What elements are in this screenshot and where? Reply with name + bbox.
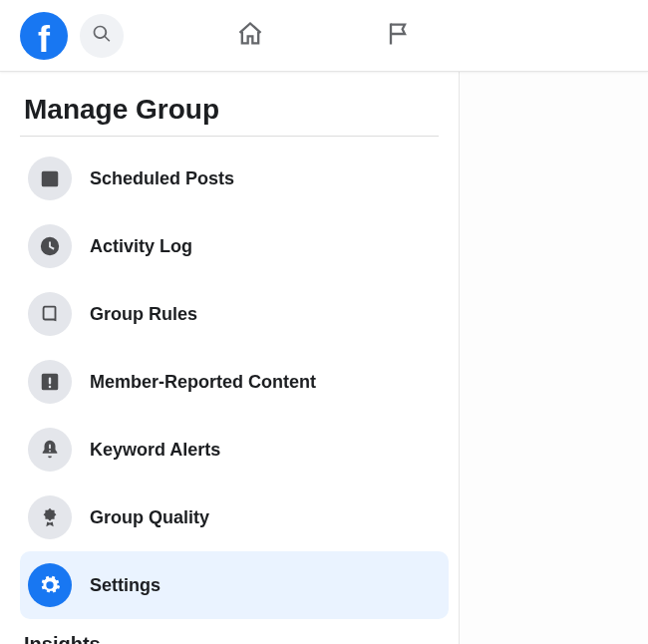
- search-button[interactable]: [80, 14, 124, 58]
- clock-icon: [28, 224, 72, 268]
- section-title-insights: Insights: [20, 619, 459, 644]
- home-nav-button[interactable]: [236, 20, 264, 52]
- flag-icon: [384, 20, 412, 52]
- section-title-manage-group: Manage Group: [20, 88, 439, 137]
- sidebar-item-label: Member-Reported Content: [90, 372, 316, 393]
- sidebar-item-label: Settings: [90, 575, 161, 596]
- sidebar-item-label: Scheduled Posts: [90, 168, 234, 189]
- sidebar-item-group-rules[interactable]: Group Rules: [20, 280, 449, 348]
- main-layout: Manage Group Scheduled Posts Activity Lo…: [0, 72, 648, 644]
- sidebar-item-settings[interactable]: Settings: [20, 551, 449, 619]
- sidebar-item-scheduled-posts[interactable]: Scheduled Posts: [20, 145, 449, 212]
- calendar-icon: [28, 157, 72, 200]
- facebook-f-letter: f: [38, 22, 50, 58]
- sidebar-item-activity-log[interactable]: Activity Log: [20, 212, 449, 280]
- top-navigation: f: [0, 0, 648, 72]
- ribbon-icon: [28, 495, 72, 539]
- pages-nav-button[interactable]: [384, 20, 412, 52]
- alert-square-icon: [28, 360, 72, 404]
- sidebar-item-member-reported[interactable]: Member-Reported Content: [20, 348, 449, 416]
- sidebar-item-label: Keyword Alerts: [90, 440, 220, 461]
- sidebar-item-keyword-alerts[interactable]: Keyword Alerts: [20, 416, 449, 483]
- sidebar-item-label: Activity Log: [90, 236, 192, 257]
- facebook-logo[interactable]: f: [20, 12, 68, 60]
- home-icon: [236, 20, 264, 52]
- content-area: [459, 72, 648, 644]
- manage-group-menu: Scheduled Posts Activity Log Group Rules…: [20, 145, 449, 619]
- sidebar-item-label: Group Quality: [90, 507, 209, 528]
- book-icon: [28, 292, 72, 336]
- sidebar-item-label: Group Rules: [90, 304, 197, 325]
- sidebar-item-group-quality[interactable]: Group Quality: [20, 483, 449, 551]
- gear-icon: [28, 563, 72, 607]
- left-sidebar: Manage Group Scheduled Posts Activity Lo…: [0, 72, 459, 644]
- alert-bell-icon: [28, 428, 72, 472]
- search-icon: [92, 24, 112, 48]
